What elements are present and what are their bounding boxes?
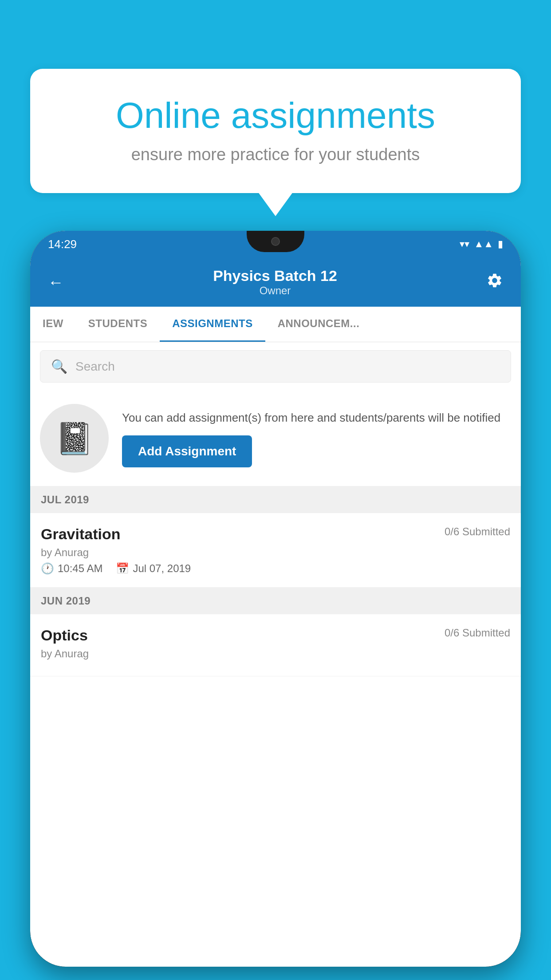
assignment-submitted: 0/6 Submitted <box>445 526 510 538</box>
signal-icon: ▲▲ <box>474 238 493 250</box>
info-text-group: You can add assignment(s) from here and … <box>122 409 511 467</box>
assignment-title-optics: Optics <box>41 627 88 644</box>
assignment-submitted-optics: 0/6 Submitted <box>445 627 510 639</box>
assignment-title: Gravitation <box>41 526 120 543</box>
status-time: 14:29 <box>48 237 77 251</box>
assignment-header: Gravitation 0/6 Submitted <box>41 526 510 543</box>
notch <box>247 231 304 252</box>
speech-bubble: Online assignments ensure more practice … <box>30 69 521 193</box>
assignment-icon-circle: 📓 <box>40 404 109 473</box>
notebook-icon: 📓 <box>55 420 94 457</box>
phone-frame: 14:29 ▾▾ ▲▲ ▮ ← Physics Batch 12 Owner <box>30 231 521 967</box>
search-placeholder: Search <box>75 360 115 374</box>
section-header-jun: JUN 2019 <box>30 588 521 614</box>
tab-iew[interactable]: IEW <box>30 307 76 342</box>
clock-icon: 🕐 <box>41 562 54 575</box>
app-header: ← Physics Batch 12 Owner <box>30 257 521 307</box>
wifi-icon: ▾▾ <box>460 238 469 250</box>
header-title-group: Physics Batch 12 Owner <box>213 267 337 297</box>
batch-title: Physics Batch 12 <box>213 267 337 285</box>
tab-assignments[interactable]: ASSIGNMENTS <box>160 307 265 342</box>
assignment-by-optics: by Anurag <box>41 648 510 660</box>
info-card: 📓 You can add assignment(s) from here an… <box>30 391 521 486</box>
assignment-item-gravitation[interactable]: Gravitation 0/6 Submitted by Anurag 🕐 10… <box>30 513 521 588</box>
camera-icon <box>271 237 280 246</box>
phone-screen: 14:29 ▾▾ ▲▲ ▮ ← Physics Batch 12 Owner <box>30 231 521 967</box>
settings-button[interactable] <box>486 272 503 292</box>
calendar-icon: 📅 <box>116 562 129 575</box>
batch-subtitle: Owner <box>213 285 337 297</box>
tabs-bar: IEW STUDENTS ASSIGNMENTS ANNOUNCEM... <box>30 307 521 342</box>
assignment-time: 🕐 10:45 AM <box>41 562 102 575</box>
assignment-date: 📅 Jul 07, 2019 <box>116 562 191 575</box>
add-assignment-button[interactable]: Add Assignment <box>122 435 252 467</box>
status-bar: 14:29 ▾▾ ▲▲ ▮ <box>30 231 521 257</box>
assignment-item-optics[interactable]: Optics 0/6 Submitted by Anurag <box>30 614 521 676</box>
bubble-subtitle: ensure more practice for your students <box>61 145 490 164</box>
status-icons: ▾▾ ▲▲ ▮ <box>460 238 503 250</box>
assignment-details: 🕐 10:45 AM 📅 Jul 07, 2019 <box>41 562 510 575</box>
section-header-jul: JUL 2019 <box>30 486 521 513</box>
speech-bubble-container: Online assignments ensure more practice … <box>30 69 521 193</box>
tab-announcements[interactable]: ANNOUNCEM... <box>265 307 372 342</box>
info-description: You can add assignment(s) from here and … <box>122 409 511 427</box>
assignment-header-optics: Optics 0/6 Submitted <box>41 627 510 644</box>
tab-students[interactable]: STUDENTS <box>76 307 160 342</box>
assignment-by: by Anurag <box>41 546 510 559</box>
search-bar[interactable]: 🔍 Search <box>40 350 511 383</box>
back-button[interactable]: ← <box>48 273 64 292</box>
battery-icon: ▮ <box>498 238 503 250</box>
search-icon: 🔍 <box>51 359 67 374</box>
bubble-title: Online assignments <box>61 95 490 135</box>
search-container: 🔍 Search <box>30 342 521 391</box>
